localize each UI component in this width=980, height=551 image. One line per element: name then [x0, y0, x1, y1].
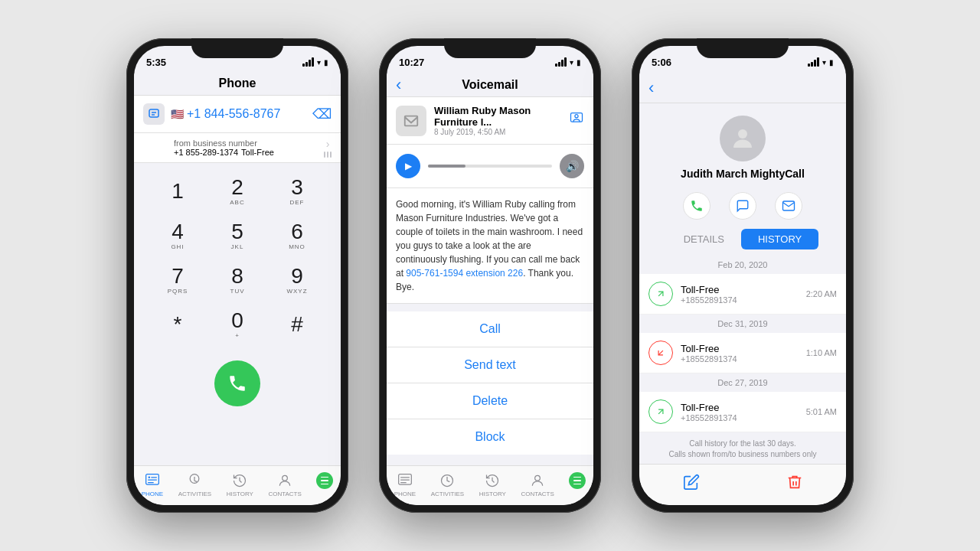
business-number: +1 855-289-1374 — [174, 148, 238, 157]
phone-device: 5:35 ▾ ▮ Phone — [126, 38, 348, 513]
contact-email-icon[interactable] — [775, 192, 802, 220]
vm-tab-activities[interactable]: ACTIVITIES — [431, 472, 465, 497]
key-2[interactable]: 2 ABC — [209, 171, 266, 212]
block-action-button[interactable]: Block — [387, 419, 593, 455]
play-button[interactable]: ▶ — [396, 154, 420, 178]
notch-mid — [444, 38, 536, 58]
svg-point-16 — [535, 475, 541, 481]
key-8[interactable]: 8 TUV — [209, 259, 266, 301]
vm-tab-contacts[interactable]: CONTACTS — [521, 472, 554, 497]
contact-back-button[interactable]: ‹ — [648, 78, 654, 98]
battery-icon-mid: ▮ — [577, 58, 581, 67]
tab-contacts[interactable]: CONTACTS — [268, 472, 301, 497]
transcript-phone-link[interactable]: 905-761-1594 extension 226 — [406, 268, 523, 279]
vm-activities-icon — [439, 472, 456, 489]
key-6[interactable]: 6 MNO — [269, 215, 325, 256]
key-5[interactable]: 5 JKL — [209, 215, 266, 256]
key-hash[interactable]: # — [269, 304, 325, 345]
key-4-letters: GHI — [171, 243, 184, 250]
delete-action-button[interactable]: Delete — [387, 383, 593, 419]
key-9[interactable]: 9 WXYZ — [269, 259, 325, 301]
voicemail-caller-name: William Ruby Mason Furniture I... — [434, 105, 561, 128]
contacts-tab-icon — [276, 472, 293, 489]
key-3[interactable]: 3 DEF — [269, 171, 325, 212]
business-info: from business number +1 855-289-1374 Tol… — [174, 139, 274, 157]
tab-contacts-label: CONTACTS — [268, 491, 301, 497]
key-2-letters: ABC — [230, 199, 244, 206]
block-action-label: Block — [475, 430, 505, 444]
contact-call-icon[interactable] — [683, 192, 710, 220]
vm-tab-history-label: HISTORY — [479, 491, 506, 497]
key-0-num: 0 — [231, 310, 243, 331]
voicemail-transcript: Good morning, it's William Ruby calling … — [387, 188, 593, 304]
status-time-mid: 10:27 — [399, 57, 424, 68]
tab-history-contact[interactable]: HISTORY — [741, 229, 818, 249]
vm-tab-menu[interactable] — [569, 472, 586, 497]
vm-tab-phone[interactable]: PHONE — [394, 472, 416, 497]
call-action-button[interactable]: Call — [387, 311, 593, 347]
speaker-button[interactable]: 🔊 — [560, 154, 584, 178]
send-text-action-button[interactable]: Send text — [387, 347, 593, 383]
chevron-right-icon: › — [326, 138, 330, 150]
key-7[interactable]: 7 PQRS — [149, 259, 206, 301]
status-time-right: 5:06 — [652, 57, 671, 68]
voicemail-title: Voicemail — [462, 78, 518, 92]
key-1[interactable]: 1 — [149, 171, 206, 212]
history-call-type-3: Toll-Free — [681, 402, 799, 413]
history-call-type-2: Toll-Free — [681, 343, 799, 354]
svg-line-18 — [658, 292, 663, 296]
tab-history[interactable]: HISTORY — [227, 472, 253, 497]
phone-number-bar[interactable]: 🇺🇸 +1 844-556-8767 ⌫ — [134, 96, 341, 133]
tab-menu[interactable] — [316, 472, 333, 497]
key-0-letters: + — [235, 332, 240, 339]
tab-activities[interactable]: ACTIVITIES — [178, 472, 212, 497]
tab-history-label: HISTORY — [227, 491, 253, 497]
key-7-num: 7 — [172, 266, 184, 287]
call-button[interactable] — [214, 360, 260, 406]
key-4[interactable]: 4 GHI — [149, 215, 206, 256]
contact-action-icons — [639, 186, 846, 229]
tab-details-label: DETAILS — [684, 233, 724, 245]
key-5-num: 5 — [231, 221, 243, 243]
key-star[interactable]: * — [149, 304, 206, 345]
contact-device: 5:06 ▾ ▮ ‹ — [632, 38, 854, 513]
key-0[interactable]: 0 + — [209, 304, 266, 345]
svg-point-8 — [283, 475, 288, 481]
edit-icon[interactable] — [683, 474, 700, 494]
date-header-3: Dec 27, 2019 — [639, 373, 846, 392]
battery-icon-left: ▮ — [324, 58, 328, 67]
history-call-num-3: +18552891374 — [681, 413, 799, 422]
status-icons-right: ▾ ▮ — [808, 57, 834, 67]
notch-left — [191, 38, 283, 58]
history-item-1: Toll-Free +18552891374 2:20 AM — [639, 274, 846, 315]
from-label: from business number — [174, 139, 274, 148]
phone-title: Phone — [134, 77, 341, 90]
date-header-2: Dec 31, 2019 — [639, 315, 846, 333]
history-call-time-3: 5:01 AM — [806, 407, 837, 416]
voicemail-contact-icon[interactable] — [569, 111, 584, 130]
progress-bar[interactable] — [428, 165, 552, 168]
tab-activities-label: ACTIVITIES — [178, 491, 212, 497]
history-tab-icon — [231, 472, 248, 489]
tab-details[interactable]: DETAILS — [667, 229, 741, 249]
contact-history-content: Feb 20, 2020 Toll-Free +18552891374 2:20… — [639, 256, 846, 466]
trash-icon[interactable] — [786, 474, 803, 494]
tab-phone[interactable]: PHONE — [142, 472, 163, 497]
phone-screen: 5:35 ▾ ▮ Phone — [134, 46, 341, 505]
voicemail-caller-date: 8 July 2019, 4:50 AM — [434, 128, 561, 136]
voicemail-bottom-tabs: PHONE ACTIVITIES — [387, 465, 593, 505]
notch-right — [697, 38, 789, 58]
key-8-num: 8 — [231, 266, 243, 287]
clear-button[interactable]: ⌫ — [312, 106, 332, 122]
wifi-icon-mid: ▾ — [570, 58, 573, 67]
send-text-action-label: Send text — [464, 358, 516, 372]
contact-bottom-bar — [639, 464, 846, 505]
contact-icon-left — [143, 103, 165, 125]
contact-message-icon[interactable] — [729, 192, 756, 220]
vm-tab-history[interactable]: HISTORY — [479, 472, 506, 497]
key-2-num: 2 — [231, 177, 243, 198]
phone-business-row[interactable]: from business number +1 855-289-1374 Tol… — [134, 133, 341, 163]
key-1-num: 1 — [172, 181, 184, 202]
contact-avatar — [720, 116, 766, 161]
voicemail-back-button[interactable]: ‹ — [396, 75, 401, 95]
